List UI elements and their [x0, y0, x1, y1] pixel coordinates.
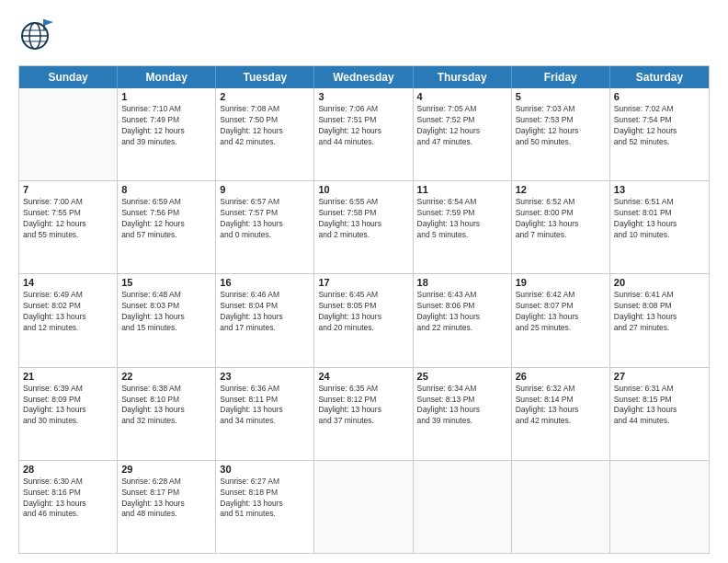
day-content-line: Sunrise: 6:27 AM [220, 477, 279, 486]
day-content: Sunrise: 6:54 AMSunset: 7:59 PMDaylight:… [417, 197, 507, 241]
day-content-line: Sunset: 7:58 PM [318, 208, 376, 217]
day-content-line: Sunrise: 6:57 AM [220, 197, 279, 206]
day-content: Sunrise: 6:31 AMSunset: 8:15 PMDaylight:… [614, 384, 705, 428]
calendar-week-row: 28Sunrise: 6:30 AMSunset: 8:16 PMDayligh… [19, 461, 709, 553]
day-content-line: Sunrise: 6:38 AM [121, 384, 181, 393]
day-content-line: Daylight: 13 hours [318, 312, 381, 321]
day-content-line: Daylight: 12 hours [614, 126, 677, 135]
day-content-line: Sunrise: 6:45 AM [318, 290, 378, 299]
day-content: Sunrise: 6:35 AMSunset: 8:12 PMDaylight:… [318, 384, 408, 428]
day-number: 7 [23, 184, 113, 195]
day-content: Sunrise: 6:46 AMSunset: 8:04 PMDaylight:… [220, 290, 310, 334]
day-number: 22 [121, 371, 211, 382]
day-content-line: and 47 minutes. [417, 137, 472, 146]
day-content-line: and 7 minutes. [516, 230, 567, 239]
day-content-line: Sunset: 7:54 PM [614, 115, 672, 124]
calendar-day-cell: 15Sunrise: 6:48 AMSunset: 8:03 PMDayligh… [118, 274, 216, 366]
page: SundayMondayTuesdayWednesdayThursdayFrid… [0, 0, 728, 563]
calendar-day-cell: 11Sunrise: 6:54 AMSunset: 7:59 PMDayligh… [414, 181, 512, 273]
day-number: 21 [23, 371, 113, 382]
day-content-line: Sunrise: 6:35 AM [318, 384, 378, 393]
calendar-day-cell: 20Sunrise: 6:41 AMSunset: 8:08 PMDayligh… [610, 274, 709, 366]
day-content-line: Sunset: 7:56 PM [121, 208, 179, 217]
day-content-line: Sunrise: 6:54 AM [417, 197, 477, 206]
day-number: 17 [318, 277, 408, 288]
day-content-line: Daylight: 12 hours [318, 126, 381, 135]
day-content: Sunrise: 7:00 AMSunset: 7:55 PMDaylight:… [23, 197, 113, 241]
day-content-line: Daylight: 13 hours [516, 312, 579, 321]
logo-icon [18, 14, 57, 56]
day-content-line: and 57 minutes. [121, 230, 176, 239]
calendar-day-header: Monday [118, 66, 216, 88]
day-content-line: and 39 minutes. [417, 416, 472, 425]
calendar-day-cell: 6Sunrise: 7:02 AMSunset: 7:54 PMDaylight… [610, 88, 709, 180]
calendar-day-cell: 29Sunrise: 6:28 AMSunset: 8:17 PMDayligh… [118, 461, 216, 553]
day-content-line: Sunset: 7:49 PM [121, 115, 179, 124]
calendar-day-header: Wednesday [314, 66, 413, 88]
day-content-line: and 39 minutes. [121, 137, 176, 146]
day-content-line: and 48 minutes. [121, 509, 176, 518]
day-content-line: Sunrise: 6:46 AM [220, 290, 279, 299]
day-content-line: and 52 minutes. [614, 137, 669, 146]
day-number: 20 [614, 277, 705, 288]
day-content-line: Sunset: 8:10 PM [121, 395, 179, 404]
logo [18, 14, 61, 56]
day-content-line: Sunrise: 7:05 AM [417, 104, 477, 113]
day-content-line: Sunset: 8:08 PM [614, 301, 672, 310]
day-content-line: Sunset: 7:52 PM [417, 115, 475, 124]
day-content-line: Sunrise: 6:39 AM [23, 384, 83, 393]
day-number: 30 [220, 464, 310, 475]
day-content-line: Sunset: 8:11 PM [220, 395, 278, 404]
day-content-line: Sunset: 8:06 PM [417, 301, 475, 310]
day-content-line: and 55 minutes. [23, 230, 78, 239]
day-content-line: Daylight: 13 hours [23, 405, 86, 414]
calendar-day-cell: 22Sunrise: 6:38 AMSunset: 8:10 PMDayligh… [118, 368, 216, 460]
day-content-line: and 32 minutes. [121, 416, 176, 425]
calendar-day-cell: 14Sunrise: 6:49 AMSunset: 8:02 PMDayligh… [19, 274, 118, 366]
day-content-line: Sunset: 7:51 PM [318, 115, 376, 124]
day-content: Sunrise: 6:59 AMSunset: 7:56 PMDaylight:… [121, 197, 211, 241]
calendar-day-cell [314, 461, 413, 553]
day-content-line: and 0 minutes. [220, 230, 271, 239]
day-content: Sunrise: 6:38 AMSunset: 8:10 PMDaylight:… [121, 384, 211, 428]
day-content-line: Sunset: 7:50 PM [220, 115, 278, 124]
day-content-line: Sunset: 8:04 PM [220, 301, 278, 310]
day-content: Sunrise: 6:57 AMSunset: 7:57 PMDaylight:… [220, 197, 310, 241]
calendar-header: SundayMondayTuesdayWednesdayThursdayFrid… [19, 66, 709, 88]
day-number: 29 [121, 464, 211, 475]
day-content-line: Daylight: 13 hours [220, 312, 283, 321]
day-content-line: Daylight: 13 hours [220, 219, 283, 228]
calendar-day-cell: 9Sunrise: 6:57 AMSunset: 7:57 PMDaylight… [216, 181, 314, 273]
calendar-day-cell [512, 461, 610, 553]
calendar-day-cell: 25Sunrise: 6:34 AMSunset: 8:13 PMDayligh… [414, 368, 512, 460]
day-content-line: and 51 minutes. [220, 509, 275, 518]
calendar-day-cell [610, 461, 709, 553]
calendar-day-cell: 19Sunrise: 6:42 AMSunset: 8:07 PMDayligh… [512, 274, 610, 366]
day-content-line: and 30 minutes. [23, 416, 78, 425]
day-content-line: Sunset: 7:55 PM [23, 208, 81, 217]
day-content-line: Daylight: 13 hours [121, 405, 185, 414]
calendar-day-cell: 1Sunrise: 7:10 AMSunset: 7:49 PMDaylight… [118, 88, 216, 180]
day-content-line: Sunset: 8:03 PM [121, 301, 179, 310]
day-content: Sunrise: 6:49 AMSunset: 8:02 PMDaylight:… [23, 290, 113, 334]
calendar-day-cell: 13Sunrise: 6:51 AMSunset: 8:01 PMDayligh… [610, 181, 709, 273]
day-content: Sunrise: 6:28 AMSunset: 8:17 PMDaylight:… [121, 477, 211, 521]
day-content-line: Sunrise: 6:30 AM [23, 477, 83, 486]
day-number: 3 [318, 91, 408, 102]
day-number: 28 [23, 464, 113, 475]
calendar-day-cell: 28Sunrise: 6:30 AMSunset: 8:16 PMDayligh… [19, 461, 118, 553]
day-number: 16 [220, 277, 310, 288]
day-content-line: Sunset: 8:09 PM [23, 395, 81, 404]
day-content-line: Daylight: 13 hours [614, 312, 677, 321]
day-content-line: Sunrise: 6:31 AM [614, 384, 674, 393]
calendar-day-cell: 4Sunrise: 7:05 AMSunset: 7:52 PMDaylight… [414, 88, 512, 180]
calendar-day-header: Saturday [610, 66, 709, 88]
day-content-line: Sunset: 8:05 PM [318, 301, 376, 310]
day-content-line: Daylight: 13 hours [516, 219, 579, 228]
calendar-day-cell: 8Sunrise: 6:59 AMSunset: 7:56 PMDaylight… [118, 181, 216, 273]
calendar-day-cell: 27Sunrise: 6:31 AMSunset: 8:15 PMDayligh… [610, 368, 709, 460]
day-number: 5 [516, 91, 606, 102]
svg-marker-6 [44, 19, 53, 26]
day-number: 24 [318, 371, 408, 382]
day-content-line: Sunset: 8:00 PM [516, 208, 574, 217]
